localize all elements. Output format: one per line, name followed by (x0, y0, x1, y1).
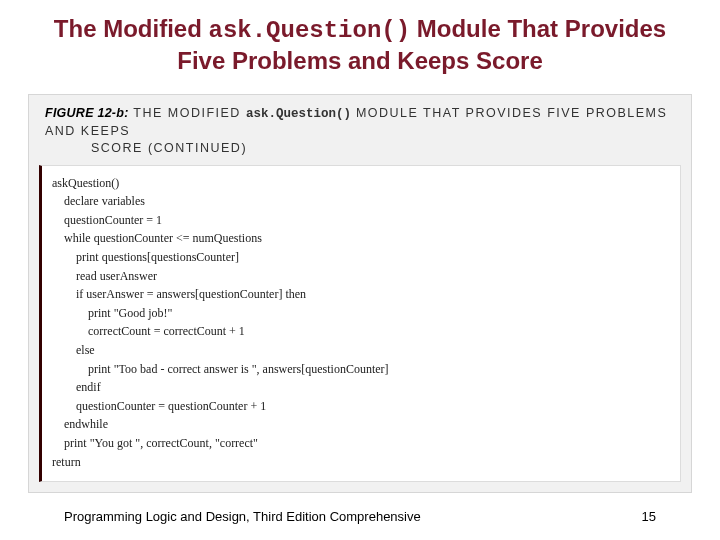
title-pre: The Modified (54, 15, 209, 42)
figure-caption-code: ask.Question() (246, 107, 351, 121)
footer: Programming Logic and Design, Third Edit… (0, 509, 720, 524)
figure-box: FIGURE 12-b: THE MODIFIED ask.Question()… (28, 94, 692, 493)
code-area: askQuestion() declare variables question… (39, 165, 681, 483)
figure-caption-before: THE MODIFIED (129, 106, 246, 120)
figure-label: FIGURE 12-b: (45, 106, 129, 120)
figure-caption: FIGURE 12-b: THE MODIFIED ask.Question()… (29, 95, 691, 165)
footer-page: 15 (642, 509, 656, 524)
slide-title: The Modified ask.Question() Module That … (0, 0, 720, 86)
footer-book: Programming Logic and Design, Third Edit… (64, 509, 421, 524)
code-block: askQuestion() declare variables question… (42, 174, 680, 472)
title-code: ask.Question() (208, 17, 410, 44)
figure-caption-cont: SCORE (CONTINUED) (45, 140, 675, 157)
